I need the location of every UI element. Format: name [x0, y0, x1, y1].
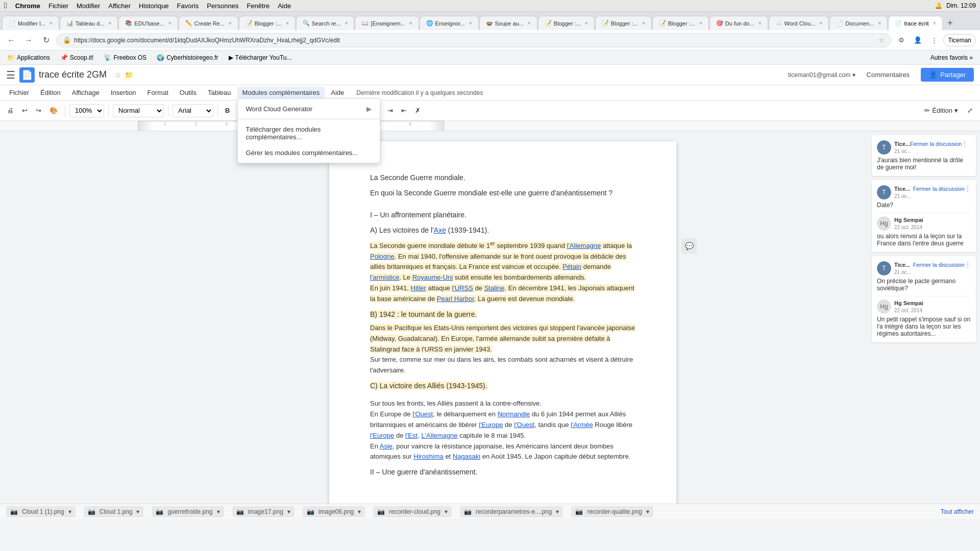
show-all-downloads[interactable]: Tout afficher	[941, 508, 974, 515]
menu-tableau[interactable]: Tableau	[203, 87, 236, 98]
mac-menu-historique[interactable]: Historique	[139, 2, 169, 10]
comment-3-reply-text: Un petit rappel s'impose sauf si on l'a …	[877, 316, 971, 337]
edition-label[interactable]: ✏ Édition ▾	[920, 105, 962, 116]
tab-wordcloud[interactable]: ☁️Word Clou...×	[769, 16, 829, 30]
mac-menu-aide[interactable]: Aide	[278, 2, 291, 10]
comment-3-action[interactable]: Fermer la discussion	[913, 262, 965, 268]
mac-menu-afficher[interactable]: Afficher	[108, 2, 131, 10]
menu-format[interactable]: Format	[142, 87, 174, 98]
gdocs-menu-icon[interactable]: ☰	[6, 69, 15, 81]
menu-edition[interactable]: Édition	[35, 87, 66, 98]
more-icon-1[interactable]: ⋮	[962, 140, 968, 147]
tab-modifier[interactable]: 📄Modifier l...×	[2, 16, 59, 30]
bold-button[interactable]: B	[222, 105, 233, 116]
clear-format-button[interactable]: ✗	[412, 105, 424, 116]
comment-1-header: T Tice... Fermer la discussion ⋮ 21 oc..…	[877, 140, 971, 155]
font-select[interactable]: Arial Times New Roman	[173, 104, 213, 117]
mac-menu-fichier[interactable]: Fichier	[48, 2, 68, 10]
para-3: Dans le Pacifique les Etats-Unis remport…	[370, 323, 635, 355]
tab-blogger1[interactable]: 📝Blogger :...×	[239, 16, 296, 30]
menu-affichage[interactable]: Affichage	[67, 87, 105, 98]
modules-dropdown-menu: Word Cloud Generator ▶ Télécharger des m…	[237, 98, 380, 163]
bookmark-cyberhistoire[interactable]: 🌍 Cyberhistoiregeo.fr	[154, 53, 221, 62]
status-file-2[interactable]: 📷 Cloud 1.png ▾	[84, 506, 144, 517]
menu-modules-complementaires[interactable]: Modules complémentaires Word Cloud Gener…	[237, 87, 325, 98]
bookmark-youtube[interactable]: ▶ Télécharger YouTu...	[226, 53, 295, 62]
back-button[interactable]: ←	[4, 33, 18, 47]
share-button[interactable]: 👤 Partager	[921, 68, 974, 82]
menu-aide[interactable]: Aide	[326, 87, 349, 98]
undo-button[interactable]: ↩	[19, 105, 31, 116]
status-file-3[interactable]: 📷 guerrefroide.png ▾	[152, 506, 224, 517]
tab-ens1[interactable]: 📖[Enseignem...×	[355, 16, 419, 30]
para-1: La Seconde guerre mondiale débute le 1er…	[370, 239, 635, 284]
mac-menu-personnes[interactable]: Personnes	[207, 2, 238, 10]
tab-blogger2[interactable]: 📝Blogger :...×	[538, 16, 595, 30]
outdent-button[interactable]: ⇤	[398, 105, 410, 116]
comment-anchor-icon[interactable]: 💬	[681, 238, 697, 254]
tab-blogger4[interactable]: 📝Blogger :...×	[652, 16, 709, 30]
tab-edu[interactable]: 📚EDU'base...×	[118, 16, 178, 30]
tab-search[interactable]: 🔍Search re...×	[296, 16, 355, 30]
folder-icon[interactable]: 📁	[125, 71, 133, 79]
gdocs-document-title[interactable]: trace écrite 2GM	[39, 69, 107, 80]
tab-document[interactable]: 📄Documen...×	[829, 16, 888, 30]
reload-button[interactable]: ↻	[39, 33, 53, 47]
expand-button[interactable]: ⤢	[964, 105, 976, 116]
tab-soupe[interactable]: 🍲Soupe au...×	[479, 16, 537, 30]
tab-trace-ecrit[interactable]: 📄trace écrit×	[888, 16, 942, 30]
comments-button[interactable]: Commentaires	[860, 68, 917, 82]
tab-blogger3[interactable]: 📝Blogger :...×	[595, 16, 652, 30]
redo-button[interactable]: ↪	[33, 105, 44, 116]
comment-1-action[interactable]: Fermer la discussion	[910, 141, 962, 147]
status-file-4[interactable]: 📷 image17.png ▾	[232, 506, 295, 517]
bookmark-star-icon[interactable]: ☆	[878, 36, 885, 44]
toolbar-divider-2	[108, 105, 109, 117]
dropdown-word-cloud[interactable]: Word Cloud Generator ▶	[238, 101, 380, 117]
tab-create[interactable]: ✏️Create Re...×	[179, 16, 238, 30]
mac-menu-modifier[interactable]: Modifier	[77, 2, 100, 10]
zoom-select[interactable]: 100% 75% 150%	[69, 104, 104, 117]
paint-format-button[interactable]: 🎨	[46, 105, 61, 116]
bookmark-icon: 🌍	[157, 54, 164, 61]
tab-tableau[interactable]: 📊Tableau d...×	[60, 16, 118, 30]
status-file-7[interactable]: 📷 recorderparametres-e....png ▾	[460, 506, 563, 517]
chrome-menu-button[interactable]: ⋮	[927, 33, 941, 47]
address-bar[interactable]: 🔒 https://docs.google.com/document/d/1kt…	[56, 33, 891, 47]
bookmark-applications[interactable]: 📁 Applications	[4, 53, 53, 62]
comment-2-action[interactable]: Fermer la discussion	[913, 186, 965, 192]
user-button[interactable]: 👤	[911, 33, 925, 47]
style-select[interactable]: Normal Titre Sous-titre	[113, 104, 164, 117]
status-file-8[interactable]: 📷 recorder-qualite.png ▾	[571, 506, 653, 517]
indent-button[interactable]: ⇥	[384, 105, 396, 116]
status-file-1[interactable]: 📷 Cloud 1 (1).png ▾	[6, 506, 76, 517]
more-icon-2[interactable]: ⋮	[965, 185, 971, 192]
new-tab-button[interactable]: +	[943, 16, 958, 30]
apple-icon[interactable]: 	[4, 1, 7, 10]
menu-outils[interactable]: Outils	[175, 87, 202, 98]
tab-fun[interactable]: 🎯Du fun do...×	[709, 16, 768, 30]
comment-3-reply: Hg Hg Sempai 22 oct. 2014 Un petit rappe…	[877, 296, 971, 337]
bookmark-scoop[interactable]: 📌 Scoop.it!	[57, 53, 97, 62]
mac-menu-fenetre[interactable]: Fenêtre	[247, 2, 270, 10]
menu-insertion[interactable]: Insertion	[106, 87, 141, 98]
forward-button[interactable]: →	[21, 33, 36, 47]
star-icon[interactable]: ☆	[115, 71, 121, 79]
bookmark-freebox[interactable]: 📡 Freebox OS	[101, 53, 150, 62]
dropdown-gerer[interactable]: Gérer les modules complémentaires...	[238, 145, 380, 161]
comment-card-3: T Tice... Fermer la discussion ⋮ 21 oc..…	[872, 256, 976, 342]
print-button[interactable]: 🖨	[4, 105, 17, 116]
mac-menu-favoris[interactable]: Favoris	[177, 2, 199, 10]
tab-ens2[interactable]: 🌐Enseignor...×	[420, 16, 479, 30]
dropdown-telecharger[interactable]: Télécharger des modules complémentaires.…	[238, 121, 380, 145]
extensions-button[interactable]: ⚙	[894, 33, 909, 47]
more-icon-3[interactable]: ⋮	[965, 261, 971, 268]
profile-button[interactable]: Ticeman	[943, 34, 976, 46]
document-container[interactable]: 💬 La Seconde Guerre mondiale. En quoi la…	[138, 131, 868, 504]
comment-2-author: Tice...	[894, 186, 910, 192]
comment-2-avatar: T	[877, 185, 891, 199]
autres-favoris[interactable]: Autres favoris »	[927, 53, 976, 62]
status-file-6[interactable]: 📷 recorder-cloud.png ▾	[373, 506, 452, 517]
menu-fichier[interactable]: Fichier	[4, 87, 34, 98]
status-file-5[interactable]: 📷 image06.png ▾	[303, 506, 365, 517]
